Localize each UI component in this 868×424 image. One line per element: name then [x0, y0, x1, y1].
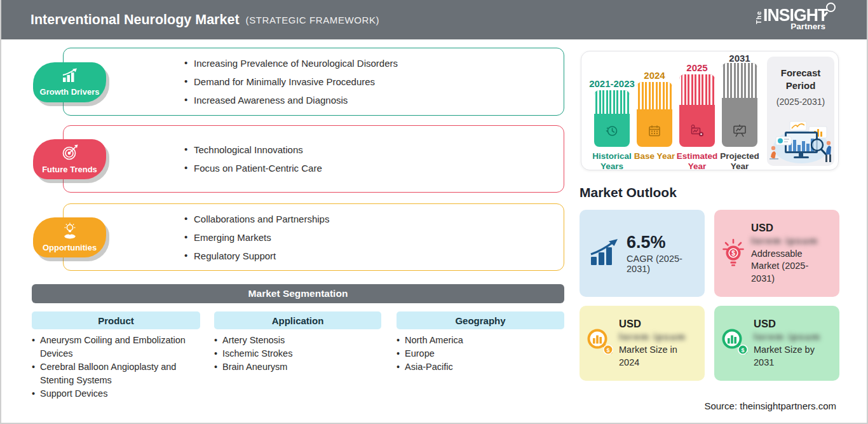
bars-arrow-icon — [590, 239, 619, 268]
logo-insight-text: INSIGHT — [763, 6, 827, 24]
segment-header-application: Application — [214, 311, 381, 329]
bar-stripes — [637, 82, 672, 109]
base-year-label: Base Year — [633, 151, 676, 161]
segment-header-product: Product — [32, 311, 200, 329]
cagr-text: 6.5% CAGR (2025-2031) — [627, 233, 705, 274]
clock-history-icon — [605, 124, 619, 140]
projected-year-label: Projected Year — [718, 151, 761, 172]
application-list: Artery Stenosis Ischemic Strokes Brain A… — [214, 334, 373, 374]
forecast-period-range: (2025-2031) — [767, 97, 834, 107]
redacted-value: lorem ipsum — [751, 235, 818, 246]
base-year-value: 2024 — [632, 70, 677, 81]
bulb-dollar-icon: $ — [721, 237, 746, 270]
growth-drivers-box: Increasing Prevalence of Neurological Di… — [63, 48, 564, 116]
bar-stripes — [722, 63, 757, 98]
historical-years-value: 2021-2023 — [589, 78, 635, 89]
analytics-gear-icon — [689, 124, 705, 140]
projected-year-bar — [722, 63, 757, 147]
lightbulb-hand-icon — [62, 222, 78, 242]
research-timeline-panel: 2021-2023 2024 2025 2031 — [581, 51, 839, 170]
list-item: Support Devices — [32, 387, 192, 400]
list-item: Increasing Prevalence of Neurological Di… — [184, 58, 551, 69]
currency-label: USD — [751, 222, 829, 234]
product-list: Aneurysm Coiling and Embolization Device… — [32, 334, 192, 400]
base-year-bar — [637, 82, 672, 147]
list-item: Aneurysm Coiling and Embolization Device… — [32, 334, 192, 360]
opportunities-box: Collaborations and Partnerships Emerging… — [63, 203, 564, 271]
list-item: Asia-Pacific — [397, 360, 555, 374]
svg-text:$: $ — [606, 347, 609, 353]
badge-label: Future Trends — [42, 165, 97, 174]
page-title: Interventional Neurology Market (STRATEG… — [31, 0, 379, 39]
svg-text:$: $ — [731, 249, 735, 256]
list-item: Collaborations and Partnerships — [184, 214, 551, 224]
magnifier-chart-dollar-icon: $ — [719, 327, 750, 360]
list-item: Artery Stenosis — [214, 334, 373, 347]
cagr-card: 6.5% CAGR (2025-2031) — [580, 210, 705, 297]
market-size-2024-card: $ USD lorem ipsum Market Size in 2024 — [580, 306, 705, 381]
estimated-year-value: 2025 — [674, 62, 720, 73]
future-trends-list: Technological Innovations Focus on Patie… — [184, 126, 551, 192]
list-item: Focus on Patient-Centric Care — [184, 163, 551, 174]
future-trends-box: Technological Innovations Focus on Patie… — [63, 125, 564, 193]
logo-the-text: The — [756, 11, 763, 24]
geography-list: North America Europe Asia-Pacific — [397, 334, 555, 374]
svg-text:$: $ — [741, 347, 744, 353]
growth-drivers-badge: Growth Drivers — [33, 62, 106, 102]
card-caption: Addressable Market (2025-2031) — [751, 248, 829, 285]
list-item: Demand for Minimally Invasive Procedures — [184, 76, 551, 87]
currency-label: USD — [754, 318, 831, 330]
redacted-value: lorem ipsum — [754, 331, 821, 342]
market-segmentation-title: Market Segmentation — [248, 288, 348, 299]
card-text: USD lorem ipsum Market Size in 2024 — [619, 318, 696, 369]
badge-label: Opportunities — [43, 243, 97, 252]
opportunities-list: Collaborations and Partnerships Emerging… — [184, 204, 551, 270]
framework-subtitle: (STRATEGIC FRAMEWORK) — [246, 15, 380, 25]
market-title: Interventional Neurology Market — [31, 12, 240, 28]
market-segmentation-header: Market Segmentation — [32, 284, 564, 303]
list-item: Ischemic Strokes — [214, 347, 373, 360]
historical-years-bar — [594, 90, 630, 147]
card-text: USD lorem ipsum Market Size by 2031 — [754, 318, 831, 369]
historical-years-label: Historical Years — [590, 151, 634, 172]
redacted-value: lorem ipsum — [619, 331, 686, 342]
list-item: North America — [397, 334, 555, 347]
list-item: Cerebral Balloon Angioplasty and Stentin… — [32, 360, 192, 387]
analytics-illustration — [767, 115, 834, 165]
estimated-year-bar — [679, 74, 715, 147]
source-attribution: Source: theinsightpartners.com — [704, 400, 836, 411]
list-item: Increased Awareness and Diagnosis — [184, 95, 551, 106]
list-item: Technological Innovations — [184, 144, 551, 155]
growth-drivers-list: Increasing Prevalence of Neurological Di… — [184, 48, 551, 115]
insight-partners-logo: The INSIGHT Partners — [756, 6, 831, 31]
card-text: USD lorem ipsum Addressable Market (2025… — [751, 222, 829, 285]
forecast-period-panel: Forecast Period (2025-2031) — [767, 57, 834, 166]
target-dart-icon — [62, 144, 78, 163]
bar-stripes — [679, 74, 715, 105]
segment-header-geography: Geography — [397, 311, 564, 329]
growth-chart-icon — [61, 68, 79, 86]
strategic-framework-slide: Interventional Neurology Market (STRATEG… — [0, 0, 868, 424]
card-caption: Market Size by 2031 — [754, 344, 831, 369]
cagr-value: 6.5% — [627, 233, 705, 252]
market-size-2031-card: $ USD lorem ipsum Market Size by 2031 — [714, 306, 839, 381]
market-outlook-title: Market Outlook — [580, 185, 677, 200]
presentation-chart-icon — [732, 124, 747, 140]
logo-main: INSIGHT Partners — [763, 6, 831, 31]
magnifier-icon — [826, 3, 836, 12]
header-bar: Interventional Neurology Market (STRATEG… — [1, 0, 867, 39]
calendar-icon — [648, 124, 661, 140]
opportunities-badge: Opportunities — [33, 217, 106, 257]
bar-stripes — [594, 90, 630, 114]
list-item: Europe — [397, 347, 555, 360]
estimated-year-label: Estimated Year — [675, 151, 719, 172]
card-caption: Market Size in 2024 — [619, 344, 696, 369]
addressable-market-card: $ USD lorem ipsum Addressable Market (20… — [714, 210, 839, 297]
currency-label: USD — [619, 318, 696, 330]
forecast-period-title: Forecast Period — [767, 67, 834, 92]
list-item: Regulatory Support — [184, 250, 551, 261]
magnifier-chart-dollar-icon: $ — [585, 327, 615, 360]
list-item: Emerging Markets — [184, 232, 551, 243]
future-trends-badge: Future Trends — [33, 139, 106, 179]
projected-year-value: 2031 — [717, 53, 763, 64]
